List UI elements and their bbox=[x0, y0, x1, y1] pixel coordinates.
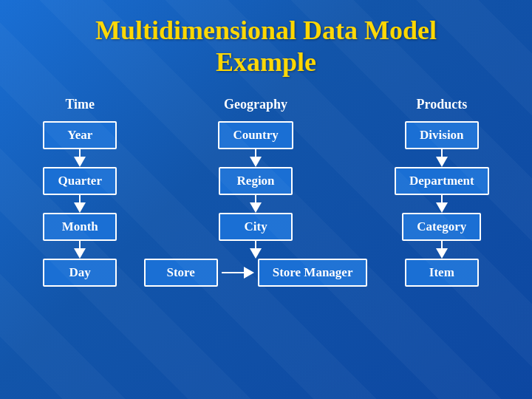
geo-region-box: Region bbox=[219, 167, 293, 195]
time-column: Time Year Quarter Month Day bbox=[43, 97, 117, 287]
geo-store-box: Store bbox=[144, 259, 218, 287]
geo-country-box: Country bbox=[218, 121, 293, 149]
columns-wrapper: Time Year Quarter Month Day Geography Co… bbox=[22, 97, 510, 287]
geo-arrow-1 bbox=[250, 149, 262, 167]
time-arrow-3 bbox=[74, 241, 86, 259]
geo-city-box: City bbox=[219, 213, 293, 241]
slide-title: Multidimensional Data Model Example bbox=[22, 15, 510, 78]
products-column: Products Division Department Category It… bbox=[395, 97, 489, 287]
time-arrow-2 bbox=[74, 195, 86, 213]
geo-arrow-3 bbox=[250, 241, 262, 259]
geo-arrow-2 bbox=[250, 195, 262, 213]
prod-category-box: Category bbox=[402, 213, 481, 241]
time-month-box: Month bbox=[43, 213, 117, 241]
prod-arrow-1 bbox=[436, 149, 448, 167]
prod-item-box: Item bbox=[405, 259, 479, 287]
geography-header: Geography bbox=[224, 97, 287, 112]
prod-arrow-3 bbox=[436, 241, 448, 259]
time-quarter-box: Quarter bbox=[43, 167, 117, 195]
prod-arrow-2 bbox=[436, 195, 448, 213]
time-year-box: Year bbox=[43, 121, 117, 149]
prod-department-box: Department bbox=[395, 167, 489, 195]
geography-column: Geography Country Region City Store bbox=[144, 97, 368, 287]
store-arrow-right bbox=[222, 267, 254, 279]
prod-division-box: Division bbox=[405, 121, 479, 149]
slide: Multidimensional Data Model Example Time… bbox=[0, 0, 532, 399]
store-manager-box: Store Manager bbox=[258, 259, 368, 287]
time-arrow-1 bbox=[74, 149, 86, 167]
products-header: Products bbox=[416, 97, 467, 112]
time-header: Time bbox=[65, 97, 95, 112]
store-row: Store Store Manager bbox=[144, 259, 368, 287]
time-day-box: Day bbox=[43, 259, 117, 287]
